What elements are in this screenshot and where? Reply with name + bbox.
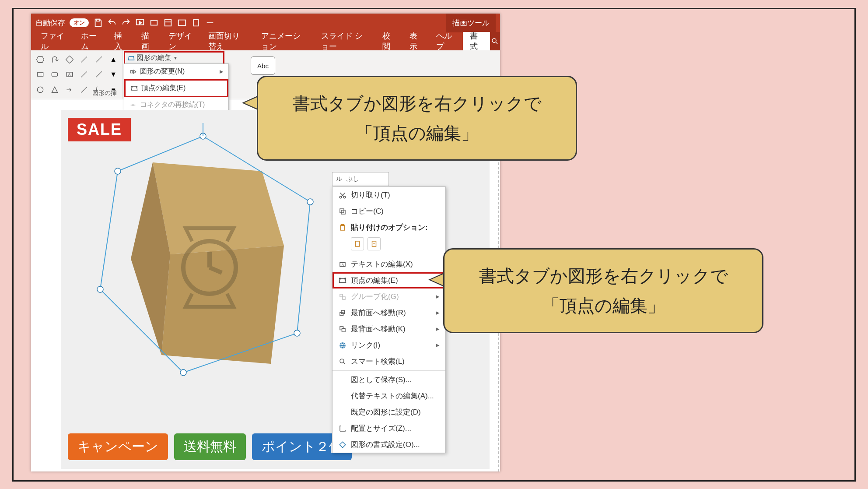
mini-toolbar[interactable]: ル ぶし (332, 172, 389, 186)
tell-me-icon[interactable] (490, 32, 500, 50)
slideshow-icon[interactable] (135, 18, 145, 28)
shape-roundrect[interactable] (49, 68, 62, 81)
undo-icon[interactable] (107, 18, 117, 28)
menu-change-shape[interactable]: 図形の変更(N) ▶ (124, 64, 228, 79)
svg-marker-21 (133, 70, 136, 74)
tab-animations[interactable]: アニメーション (254, 32, 314, 50)
tab-transitions[interactable]: 画面切り替え (201, 32, 254, 50)
edit-shape-dropdown-menu: 図形の変更(N) ▶ 頂点の編集(E) コネクタの再接続(T) (124, 63, 229, 113)
ctx-copy-label: コピー(C) (351, 206, 384, 216)
svg-point-36 (115, 168, 121, 174)
paste-option-2[interactable] (368, 237, 381, 250)
shape-selection-outline[interactable] (87, 123, 319, 386)
ctx-smart-lookup-label: スマート検索(L) (351, 356, 405, 366)
ctx-format-shape[interactable]: 図形の書式設定(O)... (332, 436, 445, 453)
ctx-link-label: リンク(I) (351, 340, 380, 350)
shape-text[interactable]: A (63, 68, 76, 81)
ctx-copy[interactable]: コピー(C) (332, 203, 445, 219)
ctx-edit-text[interactable]: A テキストの編集(X) (332, 256, 445, 272)
svg-marker-7 (66, 56, 73, 63)
svg-point-50 (345, 278, 346, 279)
badge-free-shipping: 送料無料 (174, 433, 246, 460)
ctx-send-to-back[interactable]: 最背面へ移動(K) ▶ (332, 321, 445, 337)
svg-rect-10 (37, 73, 43, 76)
tab-help[interactable]: ヘルプ (429, 32, 463, 50)
submenu-arrow-icon: ▶ (436, 326, 439, 332)
callout-1-line-1: 書式タブか図形を右クリックで (276, 88, 557, 118)
svg-point-23 (131, 86, 133, 87)
autosave-label: 自動保存 (35, 18, 65, 28)
shape-scroll-up[interactable]: ▲ (107, 53, 120, 66)
bottom-badges: キャンペーン 送料無料 ポイント２倍 (68, 433, 352, 460)
tab-file[interactable]: ファイル (34, 32, 74, 50)
shape-triangle[interactable] (49, 83, 62, 96)
svg-rect-43 (342, 224, 344, 225)
svg-point-49 (340, 278, 341, 279)
autosave-toggle[interactable]: オン (70, 18, 89, 27)
callout-1-line-2: 「頂点の編集」 (276, 118, 557, 148)
ctx-alt-text-label: 代替テキストの編集(A)... (351, 391, 434, 401)
shape-scroll-down[interactable]: ▼ (107, 68, 120, 81)
qat-icon-c[interactable] (177, 18, 187, 28)
edit-shape-label: 図形の編集 (136, 53, 172, 63)
ctx-edit-text-label: テキストの編集(X) (351, 259, 413, 269)
tab-view[interactable]: 表示 (402, 32, 430, 50)
shape-diamond[interactable] (63, 53, 76, 66)
qat-icon-b[interactable] (163, 18, 173, 28)
ctx-link[interactable]: リンク(I) ▶ (332, 337, 445, 353)
shape-line[interactable] (78, 53, 91, 66)
shape-hexagon[interactable] (34, 53, 47, 66)
ctx-cut[interactable]: 切り取り(T) (332, 187, 445, 203)
shape-line3[interactable] (78, 68, 91, 81)
tab-slideshow[interactable]: スライド ショー (314, 32, 375, 50)
svg-point-58 (340, 359, 344, 363)
ctx-set-default-label: 既定の図形に設定(D) (351, 407, 421, 417)
svg-line-9 (96, 56, 102, 62)
svg-rect-40 (341, 210, 345, 214)
svg-rect-11 (52, 73, 58, 76)
shape-style-preview[interactable]: Abc (251, 56, 275, 75)
ctx-set-default-shape[interactable]: 既定の図形に設定(D) (332, 404, 445, 420)
tab-draw[interactable]: 描画 (134, 32, 161, 50)
ctx-bring-to-front[interactable]: 最前面へ移動(R) ▶ (332, 305, 445, 321)
shape-line5[interactable] (78, 83, 91, 96)
redo-icon[interactable] (121, 18, 131, 28)
shape-uturn[interactable] (49, 53, 62, 66)
svg-marker-30 (100, 136, 310, 373)
ctx-smart-lookup[interactable]: スマート検索(L) (332, 353, 445, 369)
shape-line4[interactable] (92, 68, 105, 81)
shape-arrow[interactable] (63, 83, 76, 96)
submenu-arrow-icon: ▶ (220, 69, 223, 74)
svg-point-33 (294, 330, 300, 336)
save-icon[interactable] (93, 18, 103, 28)
ribbon-tabs: ファイル ホーム 挿入 描画 デザイン 画面切り替え アニメーション スライド … (31, 32, 500, 50)
menu-edit-points[interactable]: 頂点の編集(E) (124, 79, 228, 97)
svg-rect-51 (340, 294, 343, 297)
svg-point-35 (97, 286, 103, 292)
ctx-bring-front-label: 最前面へ移動(R) (351, 308, 406, 318)
ctx-size-and-position[interactable]: 配置とサイズ(Z)... (332, 420, 445, 436)
tab-insert[interactable]: 挿入 (107, 32, 134, 50)
qat-icon-e[interactable] (205, 18, 215, 28)
shape-rect[interactable] (34, 68, 47, 81)
shape-line2[interactable] (92, 53, 105, 66)
qat-icon-d[interactable] (191, 18, 201, 28)
tab-home[interactable]: ホーム (74, 32, 108, 50)
tab-design[interactable]: デザイン (161, 32, 202, 50)
ctx-save-as-picture[interactable]: 図として保存(S)... (332, 372, 445, 388)
edit-shape-dropdown-button[interactable]: 図形の編集 ▼ (124, 51, 224, 65)
tab-format[interactable]: 書式 (463, 32, 490, 50)
svg-text:A: A (342, 263, 344, 267)
shape-circle[interactable] (34, 83, 47, 96)
menu-reconnect-label: コネクタの再接続(T) (140, 100, 205, 109)
svg-marker-19 (128, 56, 134, 60)
qat-icon-a[interactable] (149, 18, 159, 28)
paste-option-1[interactable] (351, 237, 364, 250)
tab-review[interactable]: 校閲 (375, 32, 402, 50)
svg-rect-2 (151, 21, 158, 25)
svg-rect-56 (342, 328, 346, 332)
ctx-group: グループ化(G) ▶ (332, 288, 445, 305)
callout-2-line-1: 書式タブか図形を右クリックで (463, 261, 744, 291)
svg-rect-41 (340, 209, 344, 213)
ctx-alt-text[interactable]: 代替テキストの編集(A)... (332, 388, 445, 404)
